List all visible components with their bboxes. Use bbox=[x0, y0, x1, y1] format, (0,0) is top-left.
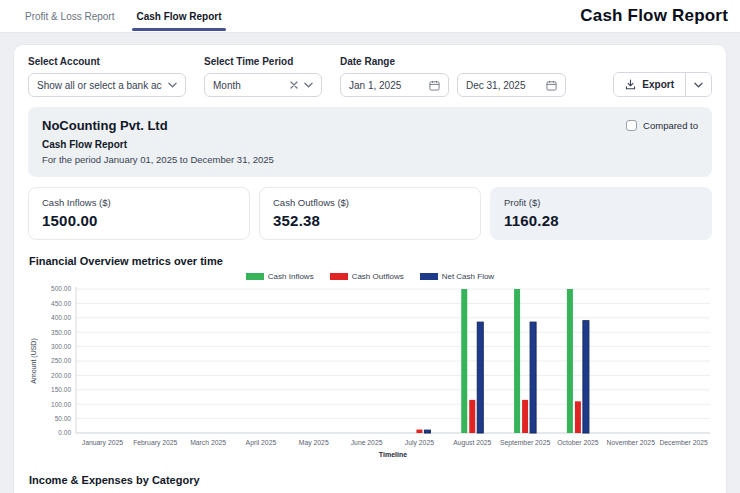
bar-cash-outflows bbox=[522, 400, 528, 433]
export-dropdown-button[interactable] bbox=[686, 73, 711, 96]
date-end-value: Dec 31, 2025 bbox=[466, 80, 526, 91]
chart-legend: Cash InflowsCash OutflowsNet Cash Flow bbox=[28, 271, 712, 281]
export-button[interactable]: Export bbox=[614, 73, 686, 96]
date-range-filter-group: Date Range Jan 1, 2025 Dec 31, 2025 bbox=[340, 56, 566, 97]
compared-to-checkbox[interactable] bbox=[626, 120, 637, 131]
x-tick-label: March 2025 bbox=[190, 439, 226, 446]
chart-area: 0.0050.00100.00150.00200.00250.00300.003… bbox=[28, 283, 712, 461]
top-bar: Profit & Loss Report Cash Flow Report Ca… bbox=[0, 0, 740, 33]
x-tick-label: December 2025 bbox=[659, 439, 708, 446]
time-period-value: Month bbox=[213, 80, 284, 91]
filter-bar: Select Account Show all or select a bank… bbox=[28, 56, 712, 97]
download-icon bbox=[625, 79, 636, 90]
tab-cash-flow-report[interactable]: Cash Flow Report bbox=[136, 0, 221, 32]
x-tick-label: November 2025 bbox=[607, 439, 656, 446]
category-section-title: Income & Expenses by Category bbox=[29, 474, 712, 486]
export-split-button: Export bbox=[613, 72, 712, 97]
financial-overview-chart: 0.0050.00100.00150.00200.00250.00300.003… bbox=[28, 283, 714, 459]
legend-item: Net Cash Flow bbox=[420, 272, 494, 281]
select-account-label: Select Account bbox=[28, 56, 186, 67]
svg-text:150.00: 150.00 bbox=[51, 386, 71, 393]
svg-text:0.00: 0.00 bbox=[58, 429, 71, 436]
select-time-period-label: Select Time Period bbox=[204, 56, 322, 67]
svg-text:250.00: 250.00 bbox=[51, 357, 71, 364]
profit-value: 1160.28 bbox=[504, 212, 698, 229]
bar-cash-inflows bbox=[514, 289, 520, 433]
svg-text:450.00: 450.00 bbox=[51, 300, 71, 307]
bar-cash-inflows bbox=[461, 289, 467, 433]
tab-profit-loss-report[interactable]: Profit & Loss Report bbox=[25, 0, 114, 32]
bar-net-cash-flow bbox=[583, 321, 589, 433]
time-period-select[interactable]: Month bbox=[204, 73, 322, 97]
compared-to-label: Compared to bbox=[643, 120, 698, 131]
date-start-input[interactable]: Jan 1, 2025 bbox=[340, 73, 449, 97]
legend-swatch bbox=[330, 273, 348, 280]
compared-to-control: Compared to bbox=[626, 120, 698, 165]
cash-inflows-label: Cash Inflows ($) bbox=[42, 197, 236, 208]
x-tick-label: October 2025 bbox=[557, 439, 598, 446]
bar-cash-outflows bbox=[469, 400, 475, 433]
cash-outflows-label: Cash Outflows ($) bbox=[273, 197, 467, 208]
cash-outflows-card: Cash Outflows ($) 352.38 bbox=[259, 187, 481, 240]
legend-item: Cash Outflows bbox=[330, 272, 404, 281]
svg-text:50.00: 50.00 bbox=[55, 415, 72, 422]
y-axis-title: Amount (USD) bbox=[30, 338, 38, 384]
bar-net-cash-flow bbox=[424, 430, 430, 433]
date-end-input[interactable]: Dec 31, 2025 bbox=[457, 73, 566, 97]
bar-cash-inflows bbox=[567, 289, 573, 433]
x-tick-label: February 2025 bbox=[133, 439, 177, 447]
company-name: NoCounting Pvt. Ltd bbox=[42, 118, 274, 133]
x-tick-label: January 2025 bbox=[82, 439, 123, 447]
y-grid: 0.0050.00100.00150.00200.00250.00300.003… bbox=[51, 285, 710, 436]
chevron-down-icon bbox=[304, 82, 313, 88]
cash-outflows-value: 352.38 bbox=[273, 212, 467, 229]
date-start-value: Jan 1, 2025 bbox=[349, 80, 401, 91]
legend-swatch bbox=[420, 273, 438, 280]
cash-inflows-card: Cash Inflows ($) 1500.00 bbox=[28, 187, 250, 240]
calendar-icon bbox=[429, 80, 440, 91]
calendar-icon bbox=[546, 80, 557, 91]
legend-swatch bbox=[246, 273, 264, 280]
clear-icon[interactable] bbox=[290, 81, 298, 89]
profit-card: Profit ($) 1160.28 bbox=[490, 187, 712, 240]
legend-label: Cash Inflows bbox=[268, 272, 314, 281]
tab-label: Profit & Loss Report bbox=[25, 11, 114, 22]
svg-text:350.00: 350.00 bbox=[51, 329, 71, 336]
report-header-panel: NoCounting Pvt. Ltd Cash Flow Report For… bbox=[28, 107, 712, 177]
profit-label: Profit ($) bbox=[504, 197, 698, 208]
svg-text:200.00: 200.00 bbox=[51, 372, 71, 379]
chart-title: Financial Overview metrics over time bbox=[29, 255, 712, 267]
time-period-filter-group: Select Time Period Month bbox=[204, 56, 322, 97]
bar-cash-outflows bbox=[575, 401, 581, 433]
date-range-label: Date Range bbox=[340, 56, 566, 67]
report-name: Cash Flow Report bbox=[42, 139, 274, 150]
svg-text:300.00: 300.00 bbox=[51, 343, 71, 350]
x-tick-label: June 2025 bbox=[351, 439, 383, 446]
legend-item: Cash Inflows bbox=[246, 272, 314, 281]
legend-label: Cash Outflows bbox=[352, 272, 404, 281]
cash-inflows-value: 1500.00 bbox=[42, 212, 236, 229]
account-select[interactable]: Show all or select a bank acco... bbox=[28, 73, 186, 97]
bar-cash-outflows bbox=[416, 430, 422, 433]
report-tabs: Profit & Loss Report Cash Flow Report bbox=[25, 0, 222, 32]
svg-text:500.00: 500.00 bbox=[51, 285, 71, 292]
x-tick-label: April 2025 bbox=[246, 439, 277, 447]
account-filter-group: Select Account Show all or select a bank… bbox=[28, 56, 186, 97]
x-axis-title: Timeline bbox=[379, 451, 407, 458]
tab-label: Cash Flow Report bbox=[136, 11, 221, 22]
x-tick-label: July 2025 bbox=[405, 439, 434, 447]
svg-text:100.00: 100.00 bbox=[51, 401, 71, 408]
account-select-value: Show all or select a bank acco... bbox=[37, 80, 162, 91]
x-tick-label: May 2025 bbox=[299, 439, 329, 447]
chevron-down-icon bbox=[694, 82, 703, 88]
legend-label: Net Cash Flow bbox=[442, 272, 494, 281]
bar-net-cash-flow bbox=[477, 322, 483, 433]
x-tick-label: September 2025 bbox=[500, 439, 550, 447]
report-card: Select Account Show all or select a bank… bbox=[13, 44, 727, 493]
bar-net-cash-flow bbox=[530, 322, 536, 433]
page-title: Cash Flow Report bbox=[580, 6, 728, 26]
report-period: For the period January 01, 2025 to Decem… bbox=[42, 154, 274, 165]
x-tick-label: August 2025 bbox=[453, 439, 491, 447]
svg-text:400.00: 400.00 bbox=[51, 314, 71, 321]
chevron-down-icon bbox=[168, 82, 177, 88]
